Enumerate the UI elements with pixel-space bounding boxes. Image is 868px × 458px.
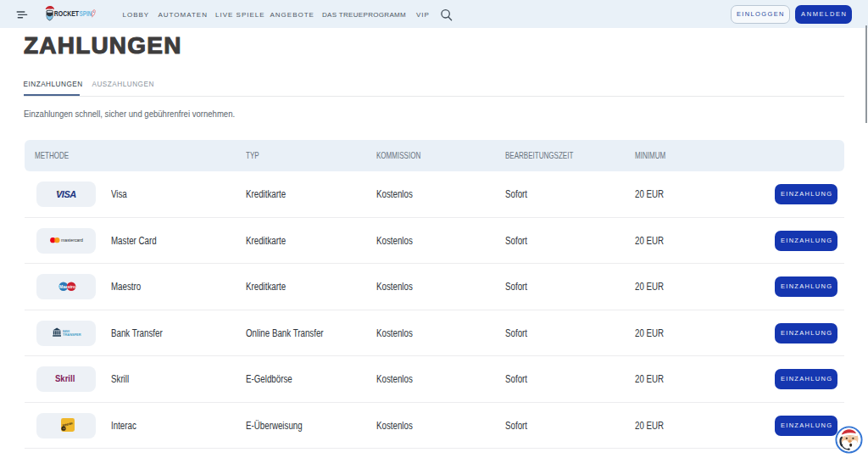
svg-text:mastercard: mastercard	[61, 237, 83, 243]
svg-text:SPIN: SPIN	[80, 9, 92, 18]
svg-text:TRANSFER: TRANSFER	[63, 332, 81, 337]
svg-text:VISA: VISA	[56, 189, 76, 199]
svg-text:Maestro: Maestro	[59, 284, 75, 288]
svg-text:Skrill: Skrill	[55, 374, 75, 383]
svg-text:ROCKET: ROCKET	[54, 9, 80, 18]
